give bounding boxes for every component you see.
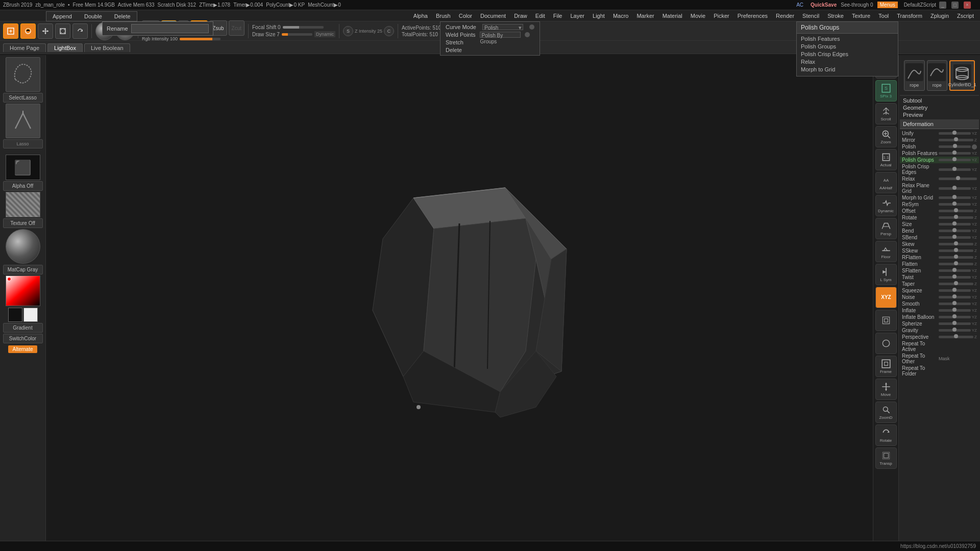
select-lasso-btn[interactable]: SelectLasso — [3, 93, 43, 103]
polish-groups-item[interactable]: Polish Groups — [801, 43, 894, 49]
ctx-double[interactable]: Double — [78, 12, 108, 21]
deform-repeat-active[interactable]: Repeat To Active — [900, 340, 979, 353]
deform-repeat-folder[interactable]: Repeat To Folder — [900, 365, 979, 377]
polish-features-item[interactable]: Polish Features — [801, 36, 894, 42]
deform-perspective[interactable]: Perspective Z — [900, 334, 979, 340]
alpha-off-btn[interactable]: Alpha Off — [3, 181, 43, 191]
subtool-label[interactable]: Subtool — [903, 97, 976, 104]
polish-slider[interactable] — [939, 145, 971, 148]
light-menu[interactable]: Light — [589, 12, 609, 20]
rotate-deform-slider[interactable] — [939, 216, 973, 219]
deform-skew[interactable]: Skew Z — [900, 241, 979, 247]
draw-size-slider[interactable] — [282, 33, 312, 36]
render-menu[interactable]: Render — [772, 12, 798, 20]
persp-button[interactable]: Persp — [875, 218, 897, 239]
rflatten-slider[interactable] — [939, 256, 973, 259]
frame-button[interactable]: Frame — [875, 356, 897, 377]
picker-menu[interactable]: Picker — [709, 12, 733, 20]
color-swatch-white[interactable] — [23, 308, 38, 322]
document-menu[interactable]: Document — [476, 12, 510, 20]
frame-button-1[interactable] — [875, 310, 897, 331]
relax-item[interactable]: Relax — [801, 59, 894, 65]
brush-preview[interactable] — [6, 57, 40, 92]
draw-menu[interactable]: Draw — [510, 12, 531, 20]
movie-menu[interactable]: Movie — [687, 12, 709, 20]
curve-mode-select[interactable]: Polish ▾ — [482, 24, 523, 30]
brush-preview-2[interactable] — [6, 104, 40, 138]
deform-rotate[interactable]: Rotate Z — [900, 214, 979, 221]
offset-slider[interactable] — [939, 210, 973, 212]
brush-card-cylinder[interactable]: CylinderBD_1 — [949, 60, 975, 91]
rgb-intensity-slider[interactable] — [180, 38, 220, 40]
zcut-btn[interactable]: Zcut — [229, 20, 244, 36]
edit-menu[interactable]: Edit — [531, 12, 549, 20]
deform-repeat-other[interactable]: Repeat To Other Mask — [900, 353, 979, 365]
noise-slider[interactable] — [939, 296, 971, 298]
see-through[interactable]: See-through 0 — [841, 2, 873, 8]
deform-squeeze[interactable]: Squeeze YZ — [900, 287, 979, 294]
smooth-slider[interactable] — [939, 303, 971, 305]
deform-offset[interactable]: Offset Z — [900, 208, 979, 214]
rotate-button[interactable]: Rotate — [875, 424, 897, 446]
layer-menu[interactable]: Layer — [567, 12, 589, 20]
alpha-menu[interactable]: Alpha — [409, 12, 432, 20]
polish-by-groups-select[interactable]: Polish By Groups — [480, 32, 521, 38]
s-control[interactable]: S — [343, 26, 353, 36]
scroll-button[interactable]: Scroll — [875, 103, 897, 124]
deform-spherize[interactable]: Spherize YZ — [900, 320, 979, 327]
lsym-button[interactable]: L Sym — [875, 264, 897, 285]
resym-slider[interactable] — [939, 203, 971, 206]
bend-slider[interactable] — [939, 230, 971, 232]
deform-polish-groups[interactable]: Polish Groups YZ — [900, 157, 979, 163]
deform-noise[interactable]: Noise YZ — [900, 294, 979, 300]
inflate-slider[interactable] — [939, 309, 971, 312]
polish-crisp-slider[interactable] — [939, 168, 971, 171]
brush-card-rope2[interactable]: rope — [927, 60, 948, 91]
deform-size[interactable]: Size YZ — [900, 221, 979, 228]
close-button[interactable]: × — [964, 2, 971, 9]
move-tool[interactable] — [38, 23, 53, 39]
inflate-balloon-slider[interactable] — [939, 316, 971, 318]
deform-smooth[interactable]: Smooth YZ — [900, 300, 979, 307]
polish-crisp-item[interactable]: Polish Crisp Edges — [801, 51, 894, 57]
deform-polish[interactable]: Polish — [900, 143, 979, 150]
stencil-menu[interactable]: Stencil — [798, 12, 823, 20]
squeeze-slider[interactable] — [939, 289, 971, 292]
scale-tool[interactable] — [55, 23, 70, 39]
floor-button[interactable]: Floor — [875, 241, 897, 262]
switch-color-btn[interactable]: SwitchColor — [3, 334, 43, 343]
rename-input[interactable] — [131, 24, 209, 33]
tool-menu[interactable]: Tool — [874, 12, 893, 20]
focal-shift-slider[interactable] — [283, 26, 324, 29]
transform-menu[interactable]: Transform — [893, 12, 926, 20]
color-picker[interactable] — [3, 276, 43, 322]
texture-off-btn[interactable]: Texture Off — [3, 218, 43, 228]
zplugin-menu[interactable]: Zplugin — [926, 12, 953, 20]
relax-plane-slider[interactable] — [939, 187, 971, 190]
co-control[interactable]: C — [384, 26, 394, 36]
texture-preview[interactable] — [6, 192, 40, 217]
preferences-menu[interactable]: Preferences — [733, 12, 772, 20]
morph-grid-slider[interactable] — [939, 196, 971, 199]
color-menu[interactable]: Color — [455, 12, 476, 20]
gradient-btn[interactable]: Gradient — [3, 323, 43, 333]
deform-unify[interactable]: Unify YZ — [900, 130, 979, 137]
matcap-preview[interactable] — [6, 229, 40, 264]
tab-lightbox[interactable]: LightBox — [47, 43, 83, 52]
brush-menu[interactable]: Brush — [432, 12, 455, 20]
alpha-preview[interactable]: ⬛ — [6, 155, 40, 180]
polish-features-slider[interactable] — [939, 152, 971, 155]
color-swatch-black[interactable] — [8, 308, 22, 322]
dynamic-label[interactable]: Dynamic — [314, 31, 335, 37]
taper-slider[interactable] — [939, 283, 973, 285]
actual-button[interactable]: 1:1 Actual — [875, 149, 897, 170]
morph-grid-item[interactable]: Morph to Grid — [801, 66, 894, 72]
geometry-label[interactable]: Geometry — [903, 105, 976, 111]
deform-flatten[interactable]: Flatten Z — [900, 261, 979, 267]
lasso-btn[interactable]: Lasso — [3, 139, 43, 148]
deform-sbend[interactable]: SBend YZ — [900, 234, 979, 241]
skew-slider[interactable] — [939, 243, 973, 245]
ctx-delete[interactable]: Delete — [108, 12, 137, 21]
deform-sflatten[interactable]: SFlatten YZ — [900, 267, 979, 274]
frame-button-2[interactable] — [875, 333, 897, 354]
